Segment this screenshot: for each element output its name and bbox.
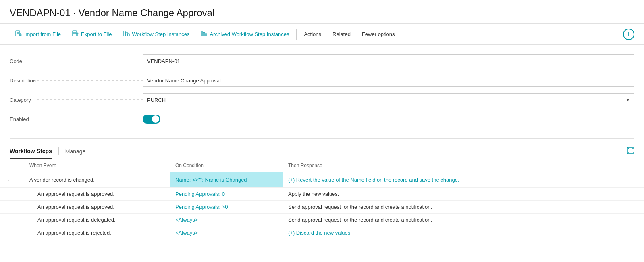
row-indent (15, 226, 25, 239)
row-arrow (0, 188, 15, 201)
row-arrow (0, 214, 15, 226)
row-drag-handle (154, 201, 170, 214)
row-response: Send approval request for the record and… (283, 201, 644, 214)
row-drag-handle (154, 214, 170, 226)
condition-link[interactable]: <Always> (175, 217, 198, 223)
enabled-row: Enabled (10, 113, 634, 126)
row-condition[interactable]: Pending Approvals: >0 (170, 201, 283, 214)
table-row: An approval request is delegated.<Always… (0, 214, 644, 226)
related-label: Related (332, 31, 351, 37)
category-select[interactable]: PURCH (143, 93, 634, 106)
row-condition[interactable]: Pending Approvals: 0 (170, 188, 283, 201)
workflow-step-instances-button[interactable]: Workflow Step Instances (118, 24, 195, 44)
svg-rect-9 (126, 32, 127, 36)
row-response[interactable]: (+) Discard the new values. (283, 226, 644, 239)
row-response[interactable]: (+) Revert the value of the Name field o… (283, 172, 644, 188)
import-icon (15, 30, 22, 38)
code-row: Code (10, 54, 634, 67)
workflow-step-instances-icon (123, 30, 130, 38)
th-arrow (0, 159, 15, 172)
enabled-toggle-wrapper (143, 115, 160, 124)
archived-workflow-step-instances-label: Archived Workflow Step Instances (210, 31, 289, 37)
workflow-steps-header: Workflow Steps Manage (0, 139, 644, 159)
category-label: Category (10, 97, 143, 103)
row-indent (15, 188, 25, 201)
row-arrow: → (0, 172, 15, 188)
workflow-step-instances-label: Workflow Step Instances (132, 31, 190, 37)
row-when-event: A vendor record is changed. (25, 172, 154, 188)
row-indent (15, 201, 25, 214)
row-arrow (0, 226, 15, 239)
archived-icon (201, 30, 207, 38)
toolbar-divider (296, 29, 297, 40)
table-row: An approval request is approved.Pending … (0, 188, 644, 201)
code-input[interactable] (143, 54, 634, 67)
svg-rect-8 (124, 31, 125, 36)
fewer-options-label: Fewer options (362, 31, 395, 37)
export-icon (72, 30, 79, 38)
th-when-event: When Event (25, 159, 154, 172)
toolbar-right: i (623, 29, 634, 40)
import-label: Import from File (24, 31, 61, 37)
workflow-table: When Event On Condition Then Response →A… (0, 159, 644, 239)
export-label: Export to File (81, 31, 112, 37)
expand-icon[interactable] (627, 147, 634, 156)
drag-icon[interactable]: ⋮ (158, 176, 166, 184)
svg-rect-10 (128, 34, 129, 36)
actions-label: Actions (304, 31, 321, 37)
th-on-condition: On Condition (170, 159, 283, 172)
condition-link[interactable]: Name: <>""; Name is Changed (175, 177, 247, 183)
info-button[interactable]: i (623, 29, 634, 40)
description-row: Description (10, 74, 634, 87)
condition-link[interactable]: <Always> (175, 230, 198, 236)
tab-separator (58, 147, 59, 155)
row-condition[interactable]: Name: <>""; Name is Changed (170, 172, 283, 188)
table-row: An approval request is rejected.<Always>… (0, 226, 644, 239)
row-condition[interactable]: <Always> (170, 214, 283, 226)
tab-manage[interactable]: Manage (65, 144, 86, 159)
page-title: VENDAPN-01 · Vendor Name Change Approval (0, 0, 644, 24)
th-drag (154, 159, 170, 172)
svg-rect-11 (201, 31, 203, 36)
enabled-label: Enabled (10, 116, 143, 122)
tab-workflow-steps[interactable]: Workflow Steps (10, 144, 52, 159)
description-label: Description (10, 78, 143, 84)
response-link[interactable]: (+) Revert the value of the Name field o… (288, 177, 459, 183)
th-then-response: Then Response (283, 159, 644, 172)
workflow-table-body: →A vendor record is changed.⋮Name: <>"";… (0, 172, 644, 239)
export-to-file-button[interactable]: Export to File (66, 24, 118, 44)
workflow-steps-tabs: Workflow Steps Manage (10, 144, 85, 159)
condition-link[interactable]: Pending Approvals: 0 (175, 191, 225, 197)
row-when-event: An approval request is approved. (25, 188, 154, 201)
row-when-event: An approval request is rejected. (25, 226, 154, 239)
toolbar: Import from File Export to File Workflow… (0, 24, 644, 45)
row-indent (15, 172, 25, 188)
row-drag-handle (154, 188, 170, 201)
form-section: Code Description Category PURCH ▼ Enable… (0, 45, 644, 138)
response-link[interactable]: (+) Discard the new values. (288, 230, 352, 236)
archived-workflow-step-instances-button[interactable]: Archived Workflow Step Instances (195, 24, 295, 44)
import-from-file-button[interactable]: Import from File (10, 24, 66, 44)
actions-button[interactable]: Actions (298, 24, 327, 44)
row-indent (15, 214, 25, 226)
workflow-table-wrapper: When Event On Condition Then Response →A… (0, 159, 644, 239)
table-row: →A vendor record is changed.⋮Name: <>"";… (0, 172, 644, 188)
condition-link[interactable]: Pending Approvals: >0 (175, 204, 228, 210)
code-label: Code (10, 58, 143, 64)
category-row: Category PURCH ▼ (10, 93, 634, 106)
row-when-event: An approval request is approved. (25, 201, 154, 214)
row-when-event: An approval request is delegated. (25, 214, 154, 226)
description-input[interactable] (143, 74, 634, 87)
fewer-options-button[interactable]: Fewer options (356, 24, 401, 44)
th-indent (15, 159, 25, 172)
category-select-wrapper: PURCH ▼ (143, 93, 634, 106)
row-condition[interactable]: <Always> (170, 226, 283, 239)
svg-rect-13 (205, 34, 207, 36)
row-arrow (0, 201, 15, 214)
svg-rect-12 (203, 32, 205, 36)
enabled-toggle[interactable] (143, 115, 160, 124)
toggle-knob (152, 115, 159, 123)
row-drag-handle[interactable]: ⋮ (154, 172, 170, 188)
row-response: Apply the new values. (283, 188, 644, 201)
related-button[interactable]: Related (327, 24, 356, 44)
